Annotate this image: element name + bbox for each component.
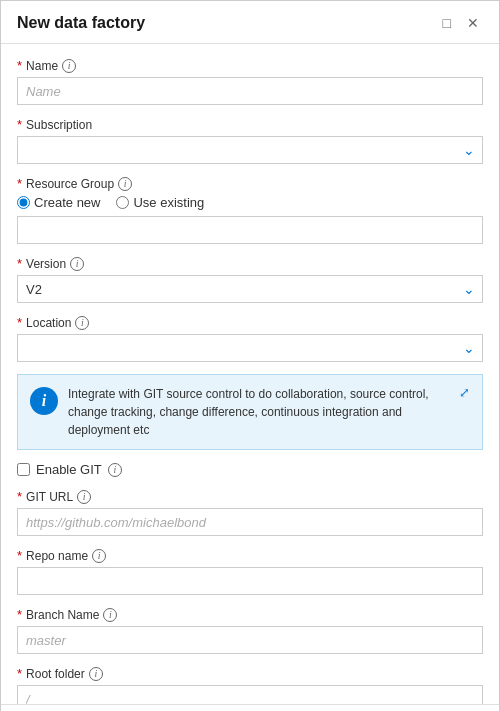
enable-git-label[interactable]: Enable GIT <box>36 462 102 477</box>
version-label-text: Version <box>26 257 66 271</box>
location-required-star: * <box>17 315 22 330</box>
name-required-star: * <box>17 58 22 73</box>
version-field-group: * Version i V2 V1 ⌄ <box>17 256 483 303</box>
branch-name-required-star: * <box>17 607 22 622</box>
repo-name-info-icon[interactable]: i <box>92 549 106 563</box>
repo-name-input[interactable] <box>17 567 483 595</box>
subscription-label-text: Subscription <box>26 118 92 132</box>
repo-name-field-group: * Repo name i <box>17 548 483 595</box>
root-folder-info-icon[interactable]: i <box>89 667 103 681</box>
root-folder-label: * Root folder i <box>17 666 483 681</box>
root-folder-label-text: Root folder <box>26 667 85 681</box>
name-field-group: * Name i <box>17 58 483 105</box>
name-info-icon[interactable]: i <box>62 59 76 73</box>
create-new-radio[interactable] <box>17 196 30 209</box>
repo-name-required-star: * <box>17 548 22 563</box>
resource-group-radio-group: Create new Use existing <box>17 195 483 210</box>
create-new-label: Create new <box>34 195 100 210</box>
use-existing-radio[interactable] <box>116 196 129 209</box>
version-select[interactable]: V2 V1 <box>17 275 483 303</box>
subscription-select-wrapper: ⌄ <box>17 136 483 164</box>
git-url-input[interactable] <box>17 508 483 536</box>
maximize-button[interactable]: □ <box>439 13 455 33</box>
subscription-required-star: * <box>17 117 22 132</box>
dialog-header: New data factory □ ✕ <box>1 1 499 44</box>
branch-name-label-text: Branch Name <box>26 608 99 622</box>
location-select[interactable] <box>17 334 483 362</box>
version-info-icon[interactable]: i <box>70 257 84 271</box>
location-info-icon[interactable]: i <box>75 316 89 330</box>
dialog-footer: Create Automation options <box>1 704 499 711</box>
git-url-label-text: GIT URL <box>26 490 73 504</box>
resource-group-label-text: Resource Group <box>26 177 114 191</box>
name-label-text: Name <box>26 59 58 73</box>
repo-name-label-text: Repo name <box>26 549 88 563</box>
resource-group-field-group: * Resource Group i Create new Use existi… <box>17 176 483 244</box>
close-icon: ✕ <box>467 15 479 31</box>
external-link-icon[interactable]: ⤢ <box>459 385 470 400</box>
new-data-factory-dialog: New data factory □ ✕ * Name i * Subscrip… <box>0 0 500 711</box>
use-existing-label: Use existing <box>133 195 204 210</box>
name-input[interactable] <box>17 77 483 105</box>
location-field-group: * Location i ⌄ <box>17 315 483 362</box>
resource-group-label: * Resource Group i <box>17 176 483 191</box>
git-info-banner: i Integrate with GIT source control to d… <box>17 374 483 450</box>
resource-group-required-star: * <box>17 176 22 191</box>
git-url-field-group: * GIT URL i <box>17 489 483 536</box>
dialog-title: New data factory <box>17 14 145 32</box>
info-banner-text: Integrate with GIT source control to do … <box>68 385 449 439</box>
version-select-wrapper: V2 V1 ⌄ <box>17 275 483 303</box>
create-new-radio-option[interactable]: Create new <box>17 195 100 210</box>
branch-name-field-group: * Branch Name i <box>17 607 483 654</box>
location-label: * Location i <box>17 315 483 330</box>
git-url-label: * GIT URL i <box>17 489 483 504</box>
use-existing-radio-option[interactable]: Use existing <box>116 195 204 210</box>
root-folder-required-star: * <box>17 666 22 681</box>
branch-name-info-icon[interactable]: i <box>103 608 117 622</box>
root-folder-input[interactable] <box>17 685 483 704</box>
header-icons: □ ✕ <box>439 13 483 33</box>
version-required-star: * <box>17 256 22 271</box>
enable-git-info-icon[interactable]: i <box>108 463 122 477</box>
location-label-text: Location <box>26 316 71 330</box>
subscription-label: * Subscription <box>17 117 483 132</box>
dialog-body: * Name i * Subscription ⌄ * Resour <box>1 44 499 704</box>
subscription-field-group: * Subscription ⌄ <box>17 117 483 164</box>
info-circle-icon: i <box>30 387 58 415</box>
resource-group-input[interactable] <box>17 216 483 244</box>
branch-name-input[interactable] <box>17 626 483 654</box>
git-url-info-icon[interactable]: i <box>77 490 91 504</box>
subscription-select[interactable] <box>17 136 483 164</box>
version-label: * Version i <box>17 256 483 271</box>
close-button[interactable]: ✕ <box>463 13 483 33</box>
repo-name-label: * Repo name i <box>17 548 483 563</box>
branch-name-label: * Branch Name i <box>17 607 483 622</box>
location-select-wrapper: ⌄ <box>17 334 483 362</box>
root-folder-field-group: * Root folder i <box>17 666 483 704</box>
maximize-icon: □ <box>443 15 451 31</box>
name-label: * Name i <box>17 58 483 73</box>
enable-git-checkbox[interactable] <box>17 463 30 476</box>
enable-git-group: Enable GIT i <box>17 462 483 477</box>
resource-group-info-icon[interactable]: i <box>118 177 132 191</box>
git-url-required-star: * <box>17 489 22 504</box>
